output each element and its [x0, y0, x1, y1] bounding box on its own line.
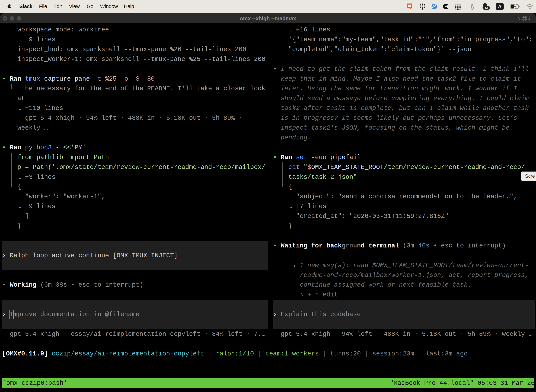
svg-text:..61: ..61 [484, 6, 488, 10]
